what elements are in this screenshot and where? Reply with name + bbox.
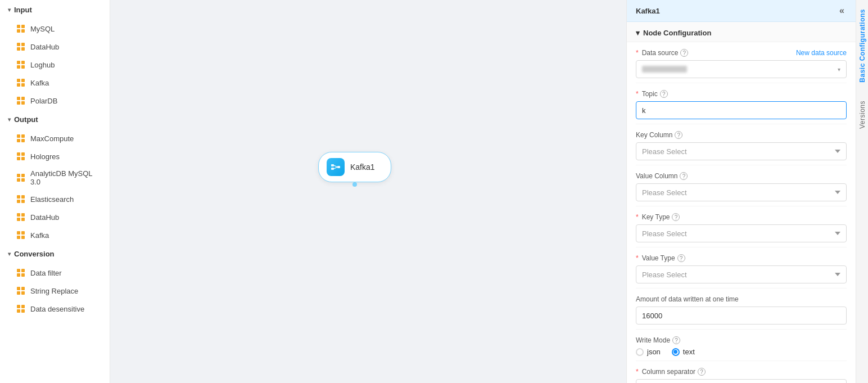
tab-basic-configurations[interactable]: Basic Configurations [856,0,869,92]
data-source-select[interactable]: ▾ [636,60,847,78]
datasource-arrow-icon: ▾ [838,66,840,73]
key-type-label: * Key Type ? [636,213,847,221]
data-desensitive-icon [16,304,26,314]
key-column-select[interactable]: Please Select [636,142,847,160]
svg-rect-2 [337,166,340,168]
write-mode-json-option[interactable]: json [636,348,661,356]
section-chevron-icon: ▾ [636,29,640,37]
chevron-icon: ▾ [8,7,11,13]
topic-help-icon[interactable]: ? [660,90,668,98]
right-panel: Kafka1 « ▾ Node Configuration * Data sou… [626,0,868,383]
key-column-label: Key Column ? [636,131,847,139]
kafka-output-icon [16,230,26,240]
vertical-tabs: Basic Configurations Versions [856,0,868,383]
write-mode-text-option[interactable]: text [672,348,695,356]
sidebar-item-string-replace[interactable]: String Replace [0,282,110,300]
value-column-group: Value Column ? Please Select [636,165,847,206]
key-type-select[interactable]: Please Select [636,224,847,242]
sidebar-item-kafka-output[interactable]: Kafka [0,226,110,244]
sidebar-item-loghub[interactable]: Loghub [0,56,110,74]
maxcompute-icon [16,133,26,143]
sidebar-section-output-label: Output [14,115,38,124]
panel-header: Kafka1 « [627,0,856,22]
canvas: Kafka1 [110,0,626,383]
sidebar: ▾ Input MySQL DataHub Loghub Kafka Polar… [0,0,110,383]
topic-label: * Topic ? [636,90,847,98]
svg-rect-1 [331,168,334,170]
panel-title: Kafka1 [636,7,660,15]
sidebar-section-input[interactable]: ▾ Input [0,0,110,20]
kafka-node-icon [327,158,345,176]
write-mode-json-radio[interactable] [636,348,644,356]
value-column-help-icon[interactable]: ? [680,172,688,180]
key-type-group: * Key Type ? Please Select [636,206,847,247]
write-mode-label: Write Mode ? [636,336,847,344]
write-mode-help-icon[interactable]: ? [672,336,680,344]
data-source-help-icon[interactable]: ? [680,49,688,57]
polardb-icon [16,96,26,106]
value-column-label: Value Column ? [636,172,847,180]
column-separator-help-icon[interactable]: ? [698,368,706,376]
svg-line-3 [334,165,337,167]
write-mode-group: Write Mode ? json text [636,330,847,361]
node-connector [352,182,357,187]
sidebar-item-maxcompute[interactable]: MaxCompute [0,129,110,147]
sidebar-section-output[interactable]: ▾ Output [0,110,110,129]
value-type-help-icon[interactable]: ? [677,254,685,262]
sidebar-item-datahub-output[interactable]: DataHub [0,208,110,226]
amount-input[interactable] [636,307,847,325]
write-mode-row: json text [636,348,847,356]
topic-group: * Topic ? [636,83,847,124]
svg-rect-0 [331,164,334,166]
sidebar-item-kafka-input[interactable]: Kafka [0,74,110,92]
panel-content: Kafka1 « ▾ Node Configuration * Data sou… [627,0,856,383]
data-source-label: * Data source ? New data source [636,49,847,57]
sidebar-item-polardb[interactable]: PolarDB [0,92,110,110]
data-source-group: * Data source ? New data source ▾ [636,42,847,83]
sidebar-section-conversion[interactable]: ▾ Conversion [0,244,110,264]
sidebar-section-conversion-label: Conversion [14,250,55,258]
sidebar-item-data-filter[interactable]: Data filter [0,264,110,282]
value-type-group: * Value Type ? Please Select [636,247,847,289]
sidebar-item-analyticdb[interactable]: AnalyticDB MySQL 3.0 [0,165,110,190]
amount-label: Amount of data written at one time [636,295,847,303]
datahub-input-icon [16,42,26,52]
sidebar-item-mysql[interactable]: MySQL [0,20,110,38]
kafka-node-label: Kafka1 [350,163,375,172]
sidebar-item-elasticsearch[interactable]: Elasticsearch [0,190,110,208]
topic-input[interactable] [636,101,847,119]
chevron-output-icon: ▾ [8,116,11,123]
key-column-help-icon[interactable]: ? [675,131,682,139]
analyticdb-icon [16,173,26,183]
svg-line-4 [334,167,337,169]
column-separator-group: * Column separator ? [636,361,847,383]
panel-section-label: Node Configuration [643,29,711,37]
chevron-conversion-icon: ▾ [8,251,11,257]
amount-group: Amount of data written at one time [636,289,847,330]
kafka-node-box[interactable]: Kafka1 [318,152,391,182]
value-type-select[interactable]: Please Select [636,265,847,283]
sidebar-item-datahub-input[interactable]: DataHub [0,38,110,56]
column-separator-label: * Column separator ? [636,368,847,376]
panel-section-header: ▾ Node Configuration [627,22,856,42]
elasticsearch-icon [16,194,26,204]
data-filter-icon [16,268,26,278]
string-replace-icon [16,286,26,296]
value-column-select[interactable]: Please Select [636,183,847,201]
sidebar-section-input-label: Input [14,6,32,14]
value-type-label: * Value Type ? [636,254,847,262]
sidebar-item-data-desensitive[interactable]: Data desensitive [0,300,110,318]
column-separator-input[interactable] [636,379,847,383]
panel-collapse-button[interactable]: « [837,6,847,16]
new-datasource-link[interactable]: New data source [796,49,847,57]
tab-versions[interactable]: Versions [856,92,869,138]
datahub-output-icon [16,212,26,222]
write-mode-text-radio[interactable] [672,348,680,356]
key-type-help-icon[interactable]: ? [672,213,680,221]
canvas-node[interactable]: Kafka1 [318,152,391,182]
sidebar-item-hologres[interactable]: Hologres [0,147,110,165]
loghub-icon [16,60,26,70]
datasource-blurred-value [642,66,687,73]
key-column-group: Key Column ? Please Select [636,124,847,165]
hologres-icon [16,151,26,161]
